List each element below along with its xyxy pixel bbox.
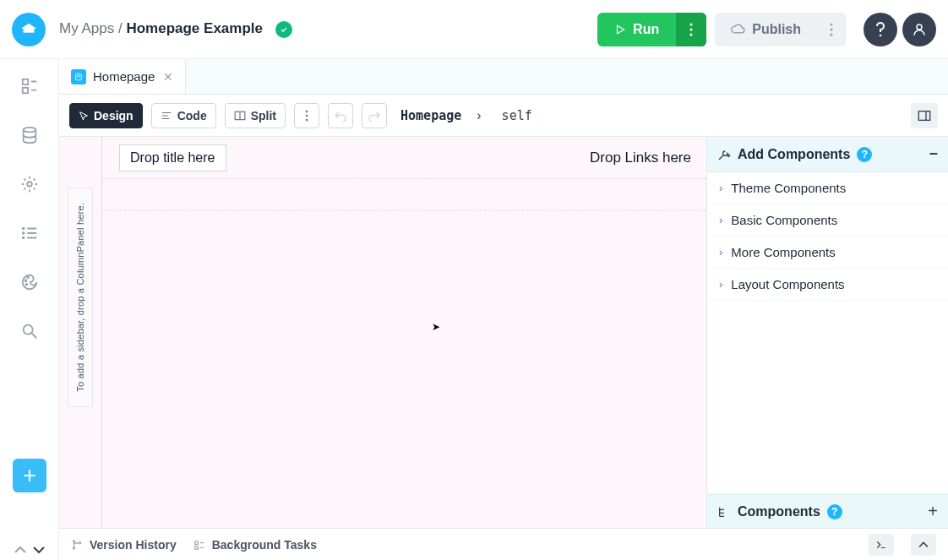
chevron-right-icon: › xyxy=(719,214,722,226)
redo-icon xyxy=(368,110,381,122)
left-rail xyxy=(0,59,59,560)
svg-point-8 xyxy=(917,24,922,30)
account-button[interactable] xyxy=(902,13,936,46)
chevron-right-icon: › xyxy=(719,278,722,291)
breadcrumb-current[interactable]: Homepage Example xyxy=(126,20,263,36)
publish-label: Publish xyxy=(752,22,801,37)
add-button[interactable] xyxy=(13,459,46,492)
svg-point-17 xyxy=(27,277,29,279)
more-options-button[interactable] xyxy=(294,103,319,128)
design-canvas[interactable]: Drop title here Drop Links here ➤ xyxy=(101,137,706,528)
component-breadcrumb-leaf[interactable]: self xyxy=(502,108,532,123)
component-breadcrumb-root[interactable]: Homepage xyxy=(400,108,461,123)
tasks-icon xyxy=(193,539,205,551)
version-history-tab[interactable]: Version History xyxy=(71,538,177,552)
app-browser-button[interactable] xyxy=(19,76,40,96)
svg-rect-10 xyxy=(22,88,27,93)
database-button[interactable] xyxy=(19,125,40,145)
expand-icon[interactable]: + xyxy=(928,502,938,521)
add-components-title: Add Components xyxy=(738,147,850,162)
vertical-dots-icon xyxy=(830,23,833,36)
publish-button[interactable]: Publish xyxy=(715,22,816,37)
svg-point-14 xyxy=(22,232,24,234)
settings-button[interactable] xyxy=(19,174,40,194)
terminal-icon xyxy=(875,540,887,550)
play-icon xyxy=(614,24,626,35)
component-group[interactable]: › More Components xyxy=(707,237,948,269)
help-button[interactable] xyxy=(864,13,897,46)
chevron-up-icon xyxy=(918,541,929,549)
design-view-button[interactable]: Design xyxy=(69,103,143,128)
svg-point-27 xyxy=(73,546,74,548)
component-group[interactable]: › Theme Components xyxy=(707,172,948,204)
background-tasks-label: Background Tasks xyxy=(212,538,317,552)
chevron-up-icon[interactable] xyxy=(14,545,27,555)
component-group[interactable]: › Basic Components xyxy=(707,204,948,237)
component-group-label: Basic Components xyxy=(731,213,837,227)
help-icon[interactable]: ? xyxy=(827,504,842,519)
design-label: Design xyxy=(94,109,133,122)
help-icon[interactable]: ? xyxy=(857,147,872,162)
vertical-dots-icon xyxy=(689,23,693,36)
undo-icon xyxy=(334,110,347,122)
sidebar-drop-hint-text: To add a sidebar, drop a ColumnPanel her… xyxy=(75,203,85,392)
close-icon[interactable]: ✕ xyxy=(163,70,173,84)
app-logo[interactable] xyxy=(12,13,46,46)
canvas-header-row: Drop title here Drop Links here xyxy=(102,137,706,179)
plus-icon xyxy=(21,467,38,484)
redo-button[interactable] xyxy=(362,103,387,128)
canvas-row[interactable] xyxy=(102,179,706,211)
add-components-header[interactable]: Add Components ? − xyxy=(707,137,948,172)
svg-point-1 xyxy=(690,23,693,25)
expand-bottom-button[interactable] xyxy=(911,534,936,556)
svg-point-22 xyxy=(306,110,308,112)
svg-rect-9 xyxy=(22,79,27,84)
theme-button[interactable] xyxy=(19,272,40,292)
breadcrumb: My Apps / Homepage Example xyxy=(59,20,292,38)
svg-point-11 xyxy=(23,128,35,133)
collapse-icon[interactable]: − xyxy=(929,145,938,163)
editor-tabs: Homepage ✕ xyxy=(59,59,948,95)
code-view-button[interactable]: Code xyxy=(151,103,216,128)
title-drop-zone[interactable]: Drop title here xyxy=(119,144,226,171)
publish-menu-button[interactable] xyxy=(816,13,847,46)
svg-point-4 xyxy=(830,23,832,25)
editor-tab[interactable]: Homepage ✕ xyxy=(59,59,186,94)
publish-button-group: Publish xyxy=(715,13,847,46)
rail-nav-arrows xyxy=(0,545,59,555)
breadcrumb-parent[interactable]: My Apps xyxy=(59,20,114,36)
background-tasks-tab[interactable]: Background Tasks xyxy=(193,538,317,552)
component-group[interactable]: › Layout Components xyxy=(707,269,948,301)
canvas-wrap: To add a sidebar, drop a ColumnPanel her… xyxy=(59,137,706,528)
svg-rect-0 xyxy=(24,29,35,33)
component-group-label: Layout Components xyxy=(731,277,844,291)
run-label: Run xyxy=(633,22,659,37)
question-icon xyxy=(875,22,885,37)
editor-tab-label: Homepage xyxy=(93,69,155,84)
split-view-button[interactable]: Split xyxy=(225,103,286,128)
search-button[interactable] xyxy=(19,321,40,341)
sidebar-drop-zone[interactable]: To add a sidebar, drop a ColumnPanel her… xyxy=(68,188,93,407)
console-button[interactable] xyxy=(869,534,894,556)
chevron-down-icon[interactable] xyxy=(32,545,46,555)
cloud-icon xyxy=(730,24,745,35)
run-button[interactable]: Run xyxy=(597,22,676,37)
list-button[interactable] xyxy=(19,223,40,243)
undo-button[interactable] xyxy=(328,103,353,128)
wrench-icon xyxy=(717,148,731,161)
svg-point-15 xyxy=(22,237,24,239)
run-menu-button[interactable] xyxy=(676,13,706,46)
svg-point-16 xyxy=(25,280,26,281)
chevron-right-icon: › xyxy=(477,108,481,123)
svg-point-19 xyxy=(23,325,32,334)
vertical-dots-icon xyxy=(305,110,308,122)
toggle-right-panel-button[interactable] xyxy=(911,103,938,128)
links-drop-zone[interactable]: Drop Links here xyxy=(590,150,691,166)
top-bar: My Apps / Homepage Example Run Publish xyxy=(0,0,948,59)
components-tree-header[interactable]: Components ? + xyxy=(707,494,948,528)
bottom-bar: Version History Background Tasks xyxy=(59,528,948,560)
svg-point-7 xyxy=(880,34,882,36)
cursor-icon xyxy=(79,111,89,121)
breadcrumb-separator: / xyxy=(118,20,123,36)
mouse-cursor-icon: ➤ xyxy=(432,321,440,333)
